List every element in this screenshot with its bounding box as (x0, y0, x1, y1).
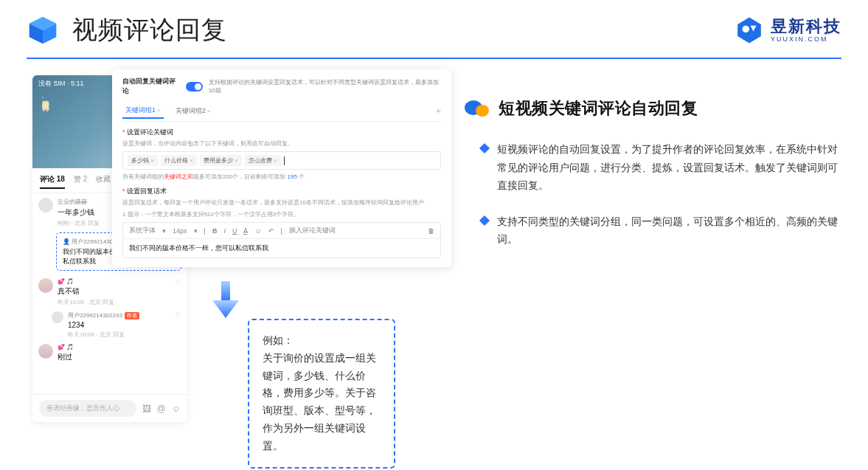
field-desc: 设置回复话术，每回复一个用户评论只发送一条话术，最多支持设置10条不同话术，按添… (122, 198, 441, 207)
keyword-tag[interactable]: 怎么收费 (245, 155, 281, 166)
tab-fav[interactable]: 收藏 (96, 174, 111, 189)
arrow-down-icon (204, 278, 248, 322)
undo-icon[interactable]: ↶ (268, 227, 274, 235)
bullet-item: 短视频评论的自动回复设置，为了提升作者的评论回复效率，在系统中针对常见的评论用户… (481, 140, 841, 195)
field-note: 1 提示：一个富文本框最多支持512个字符，一个汉字占用2个字符。 (122, 210, 441, 218)
svg-marker-6 (212, 300, 239, 318)
keyword-tag[interactable]: 费用是多少 (200, 155, 242, 166)
svg-point-8 (476, 105, 489, 117)
tab-keyword-group-2[interactable]: 关键词组2× (173, 104, 214, 118)
diamond-icon (479, 143, 490, 153)
bullet-item: 支持不同类型的关键词分组，同一类问题，可设置多个相近的、高频的关键词。 (481, 212, 841, 249)
section-title: 短视频关键词评论自动回复 (499, 97, 698, 120)
keyword-tag[interactable]: 什么价格 (161, 155, 197, 166)
example-head: 例如： (263, 332, 381, 350)
editor-content[interactable]: 我们不同的版本价格不一样，您可以私信联系我 (123, 239, 440, 258)
bullet-text: 短视频评论的自动回复设置，为了提升作者的评论回复效率，在系统中针对常见的评论用户… (497, 140, 841, 195)
comment-text: 刚过 (58, 352, 181, 362)
brand-logo-icon (735, 16, 763, 44)
tab-comments[interactable]: 评论 18 (40, 174, 65, 189)
comment-user: 💕 🎵 (58, 344, 181, 350)
font-select[interactable]: 系统字体 (129, 226, 156, 235)
keyword-reply-panel: 自动回复关键词评论 支持根据评论的关键词设置回复话术，可以针对不同类型关键词设置… (112, 69, 451, 267)
description: 短视频关键词评论自动回复 短视频评论的自动回复设置，为了提升作者的评论回复效率，… (465, 75, 841, 266)
italic-icon[interactable]: I (223, 227, 226, 235)
close-icon[interactable]: × (207, 108, 211, 114)
add-group-button[interactable]: + (436, 106, 441, 117)
panel-title: 自动回复关键词评论 (122, 77, 180, 96)
comment-item: 用户2299214302243作者 1234 昨天10:08 · 北京 回复 ♡ (52, 311, 181, 339)
svg-point-4 (743, 26, 750, 32)
close-icon[interactable]: × (157, 107, 161, 114)
svg-rect-5 (221, 281, 230, 302)
svg-marker-3 (737, 18, 761, 44)
comment-meta: 昨天10:08 · 北京 回复 (68, 331, 170, 339)
field-limit-hint: 所有关键词组的关键词之和最多可添加200个，目前剩余可添加 195 个 (122, 173, 441, 181)
keyword-tag[interactable]: 多少钱 (128, 155, 158, 166)
avatar (38, 278, 53, 293)
panel-hint: 支持根据评论的关键词设置回复话术，可以针对不同类型关键词设置回复话术，最多添加1… (209, 78, 441, 94)
slide-header: 视频评论回复 昱新科技 YUUXIN.COM (0, 0, 868, 58)
size-select[interactable]: 14px (173, 227, 187, 235)
example-body: 关于询价的设置成一组关键词，多少钱、什么价格，费用多少等。关于咨询班型、版本、型… (263, 350, 381, 455)
color-icon[interactable]: A̲ (243, 227, 248, 235)
delete-icon[interactable]: 🗑 (428, 227, 434, 235)
illustration: 没有 SIM · 5:11 身的力有没 有笑也有泪,行 评论 18 赞 2 收藏… (27, 75, 447, 266)
field-label: 设置回复话术 (122, 187, 441, 196)
mention-icon[interactable]: @ (157, 404, 166, 414)
image-icon[interactable]: 🖼 (142, 404, 151, 414)
keyword-tags-input[interactable]: 多少钱 什么价格 费用是多少 怎么收费 (122, 151, 441, 170)
underline-icon[interactable]: U (232, 227, 237, 235)
field-keywords: 设置评论关键词 设置关键词，当评论内容包含了以下关键词，则系统可自动回复。 多少… (122, 128, 441, 181)
comment-text: 真不错 (58, 286, 170, 297)
caret (284, 156, 285, 165)
comment-meta: 昨天10:08 · 北京 回复 (58, 298, 170, 306)
keyword-group-tabs: 关键词组1× 关键词组2× + (122, 100, 441, 122)
author-badge: 作者 (125, 312, 139, 319)
comment-item: 💕 🎵 真不错 昨天10:08 · 北京 回复 ♡ (38, 278, 181, 306)
insert-keyword-button[interactable]: 插入评论关键词 (289, 226, 336, 235)
cube-icon (27, 14, 59, 46)
avatar (38, 344, 53, 359)
avatar (38, 198, 53, 212)
bold-icon[interactable]: B (212, 227, 218, 235)
field-label: 设置评论关键词 (122, 128, 441, 137)
tab-keyword-group-1[interactable]: 关键词组1× (122, 103, 164, 119)
comment-user: 💕 🎵 (58, 278, 170, 285)
emoji-icon[interactable]: ☺ (172, 404, 181, 414)
comment-item: 💕 🎵 刚过 (38, 344, 181, 364)
like-icon[interactable]: ♡ (175, 311, 181, 339)
emoji-icon[interactable]: ☺ (254, 227, 261, 235)
bullet-text: 支持不同类型的关键词分组，同一类问题，可设置多个相近的、高频的关键词。 (497, 212, 841, 249)
comment-text: 1234 (68, 321, 170, 329)
brand-sub: YUUXIN.COM (771, 36, 841, 43)
diamond-icon (479, 215, 490, 225)
brand-name: 昱新科技 (771, 18, 841, 35)
rich-text-editor: 系统字体▾ 14px▾ | B I U A̲ ☺ ↶ | 插入评论关键词 🗑 (122, 222, 441, 258)
enable-toggle[interactable] (186, 82, 203, 91)
avatar (52, 311, 63, 323)
example-box: 例如： 关于询价的设置成一组关键词，多少钱、什么价格，费用多少等。关于咨询班型、… (248, 319, 395, 469)
field-desc: 设置关键词，当评论内容包含了以下关键词，则系统可自动回复。 (122, 139, 441, 148)
chat-bubbles-icon (465, 99, 490, 118)
mobile-hero-caption: 身的力有没 有笑也有泪,行 (40, 94, 51, 156)
brand: 昱新科技 YUUXIN.COM (735, 16, 841, 44)
editor-toolbar: 系统字体▾ 14px▾ | B I U A̲ ☺ ↶ | 插入评论关键词 🗑 (123, 223, 440, 239)
tab-likes[interactable]: 赞 2 (74, 174, 87, 189)
comment-input[interactable]: 善语结善缘，恶言伤人心 (39, 400, 136, 417)
divider (27, 58, 841, 59)
comment-input-bar: 善语结善缘，恶言伤人心 🖼 @ ☺ (32, 394, 187, 422)
field-reply-script: 设置回复话术 设置回复话术，每回复一个用户评论只发送一条话术，最多支持设置10条… (122, 187, 441, 258)
comment-user: 用户2299214302243作者 (68, 311, 170, 319)
like-icon[interactable]: ♡ (175, 278, 181, 306)
page-title: 视频评论回复 (72, 13, 227, 47)
